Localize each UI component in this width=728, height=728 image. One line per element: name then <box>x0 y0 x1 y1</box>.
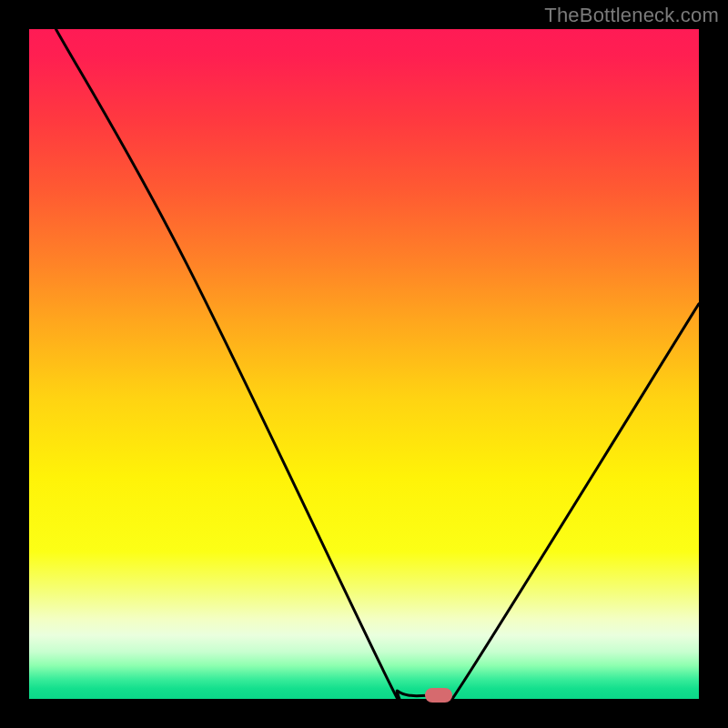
optimal-marker <box>425 688 452 703</box>
watermark-label: TheBottleneck.com <box>544 4 719 27</box>
bottleneck-curve <box>29 29 699 699</box>
chart-frame: TheBottleneck.com <box>0 0 728 728</box>
plot-area <box>29 29 699 699</box>
